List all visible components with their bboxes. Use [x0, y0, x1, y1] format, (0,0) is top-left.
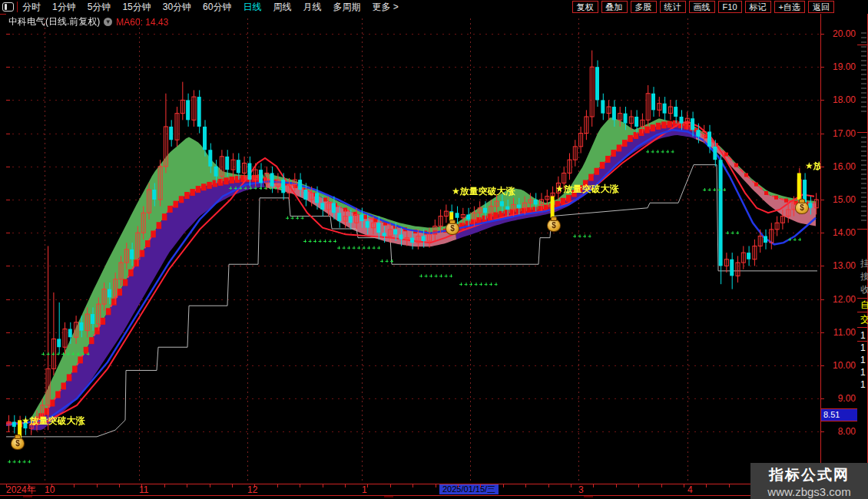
period-tab-9[interactable]: 多周期 [333, 1, 360, 14]
price-axis-label: 20.00 [833, 28, 856, 39]
period-tab-7[interactable]: 周线 [273, 1, 291, 14]
strip-clipped-label: 1 [860, 355, 866, 365]
date-axis-tick [412, 484, 413, 487]
strip-divider [857, 298, 868, 299]
chart-area: 中科电气(日线.前复权) ▼ MA60: 14.43 ★放量突破大涨$★放量突破… [6, 14, 820, 484]
bottom-edge-mark [584, 496, 593, 497]
toolbar-button-0[interactable]: 复权 [572, 1, 598, 13]
money-bag-icon: $ [547, 219, 561, 232]
money-bag-icon: $ [446, 222, 459, 235]
period-tab-8[interactable]: 月线 [303, 1, 321, 14]
date-axis-tick [187, 484, 187, 487]
price-axis-label: 19.00 [833, 61, 856, 72]
strip-divider [857, 312, 868, 312]
date-axis-tick [97, 484, 98, 487]
date-axis-label: 3 [578, 484, 584, 495]
date-axis-tick [729, 484, 730, 487]
price-axis-tick [821, 67, 824, 68]
period-tab-6[interactable]: 日线 [243, 1, 261, 14]
date-axis-tick [480, 484, 481, 487]
date-axis-tick [706, 484, 707, 487]
price-axis-tick [821, 34, 824, 35]
date-axis-tick [74, 484, 75, 487]
date-axis-tick [390, 484, 391, 487]
date-axis-tick [661, 484, 662, 487]
chevron-down-icon[interactable]: ▼ [104, 18, 112, 26]
price-axis-tick [821, 299, 824, 300]
price-axis-tick [821, 266, 824, 266]
period-tab-5[interactable]: 60分钟 [203, 1, 231, 14]
period-tab-3[interactable]: 15分钟 [122, 1, 151, 14]
price-axis-tick [821, 167, 824, 167]
date-axis-tick [593, 484, 594, 487]
strip-clipped-label: 1 [860, 379, 866, 390]
period-tab-4[interactable]: 30分钟 [163, 1, 191, 14]
price-axis-label: 16.00 [833, 161, 856, 172]
date-axis-tick [458, 484, 459, 487]
signal-label: ★放量突破大涨 [555, 183, 619, 196]
date-axis-tick [525, 484, 526, 487]
period-tab-1[interactable]: 1分钟 [52, 1, 76, 14]
watermark: 指标公式网 www.zbgs3.com [750, 463, 868, 499]
price-axis-tick [821, 365, 824, 366]
chart-header: 中科电气(日线.前复权) ▼ MA60: 14.43 [8, 15, 168, 28]
date-axis-tick [684, 484, 684, 487]
signal-label: ★放量突破大涨 [22, 415, 85, 428]
strip-clipped-label: 交 [860, 314, 868, 325]
toolbar-button-1[interactable]: 叠加 [601, 1, 628, 13]
date-axis-tick [323, 484, 323, 487]
date-axis-tick [503, 484, 504, 487]
strip-clipped-label: 收 [860, 284, 868, 295]
price-axis-label: 8.00 [838, 426, 856, 437]
ma60-indicator-value: MA60: 14.43 [116, 17, 168, 28]
date-axis-tick [616, 484, 617, 487]
strip-clipped-label: 挂 [860, 258, 868, 269]
toolbar-button-5[interactable]: F10 [718, 1, 742, 13]
period-tab-2[interactable]: 5分钟 [88, 1, 111, 14]
watermark-site-name: 指标公式网 [750, 465, 868, 485]
price-axis-label: 15.00 [833, 194, 856, 205]
window-panel-icon[interactable] [2, 2, 14, 12]
candlestick-chart-canvas[interactable] [6, 14, 820, 484]
date-axis-tick [210, 484, 210, 487]
date-axis-tick [345, 484, 346, 487]
date-axis-tick [638, 484, 639, 487]
toolbar-button-7[interactable]: +自选 [774, 1, 805, 13]
symbol-title: 中科电气(日线.前复权) [8, 15, 100, 28]
toolbar-button-3[interactable]: 统计 [660, 1, 686, 13]
strip-clipped-label: 接 [860, 271, 868, 282]
toolbar-button-2[interactable]: 多股 [631, 1, 657, 13]
date-axis-label: 1 [362, 484, 367, 495]
date-axis-tick [119, 484, 120, 487]
top-toolbar: 分时1分钟5分钟15分钟30分钟60分钟日线周线月线多周期更多 > 复权叠加多股… [0, 0, 868, 15]
date-axis-label: 12 [247, 484, 257, 495]
signal-label: ★放量突破大涨 [452, 185, 515, 198]
toolbar-button-8[interactable]: 返回 [808, 1, 834, 13]
price-axis-tick [821, 200, 824, 200]
toolbar-button-6[interactable]: 标记 [745, 1, 771, 13]
date-axis-tick [277, 484, 278, 487]
price-highlight-badge: 8.51 [821, 408, 859, 421]
bottom-clipped-row [0, 496, 868, 499]
watermark-url: www.zbgs3.com [750, 485, 868, 498]
period-tab-10[interactable]: 更多 > [372, 1, 398, 14]
date-highlight-badge: 2025/01/15/三 [439, 484, 499, 494]
toolbar-right-buttons: 复权叠加多股统计画线F10标记+自选返回 [572, 1, 868, 13]
date-axis-tick [571, 484, 571, 487]
strip-divider [857, 327, 868, 328]
price-axis-label: 17.00 [833, 128, 856, 139]
strip-clipped-label: 1 [860, 342, 866, 353]
price-axis-label: 14.00 [833, 227, 856, 238]
date-axis-tick [548, 484, 549, 487]
toolbar-button-4[interactable]: 画线 [689, 1, 715, 13]
price-axis[interactable]: 20.0019.0018.0017.0016.0015.0014.0013.00… [820, 14, 859, 484]
strip-clipped-label: 1 [860, 330, 866, 341]
price-axis-label: 10.00 [833, 360, 856, 371]
money-bag-icon: $ [11, 437, 25, 450]
date-axis-label: 11 [139, 484, 148, 495]
date-axis[interactable]: 2025/01/15/三 2024年101112134 [0, 484, 868, 496]
right-side-strip: 挂接收自交11111 [857, 14, 868, 484]
period-tab-0[interactable]: 分时 [22, 1, 41, 14]
date-axis-tick [367, 484, 368, 487]
signal-label: ★放量突破大涨 [805, 160, 820, 173]
